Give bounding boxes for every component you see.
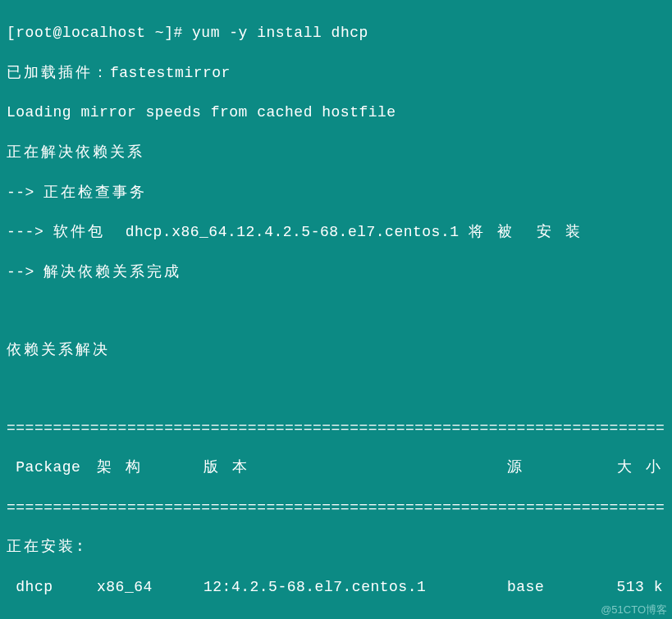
line-deps-done: --> 解决依赖关系完成 (7, 262, 665, 282)
cell-version: 12:4.2.5-68.el7.centos.1 (203, 577, 507, 597)
line-check-trans: --> 正在检查事务 (7, 183, 665, 203)
line-loading-mirror: Loading mirror speeds from cached hostfi… (7, 102, 665, 122)
col-arch: 架 构 (97, 457, 203, 477)
line-pkg-found: ---> 软件包 dhcp.x86_64.12.4.2.5-68.el7.cen… (7, 222, 665, 242)
line-loaded-plugins: 已加载插件：fastestmirror (7, 63, 665, 83)
line-resolving-deps: 正在解决依赖关系 (7, 143, 665, 162)
terminal-output: [root@localhost ~]# yum -y install dhcp … (0, 0, 672, 619)
col-version: 版 本 (203, 457, 507, 477)
watermark: @51CTO博客 (601, 603, 667, 617)
cell-arch: x86_64 (97, 577, 203, 597)
col-package: Package (7, 457, 97, 477)
divider: ========================================… (7, 498, 665, 517)
col-repo: 源 (507, 457, 589, 477)
deps-resolved-heading: 依赖关系解决 (7, 340, 665, 360)
table-row: dhcp x86_64 12:4.2.5-68.el7.centos.1 bas… (7, 577, 665, 597)
prompt-line[interactable]: [root@localhost ~]# yum -y install dhcp (7, 23, 665, 43)
prompt-user-host: [root@localhost ~]# (7, 25, 183, 41)
installing-label: 正在安装: (7, 537, 665, 557)
cell-size: 513 k (589, 577, 663, 597)
divider: ========================================… (7, 418, 665, 438)
cell-repo: base (507, 577, 589, 597)
col-size: 大 小 (589, 457, 663, 477)
table-header: Package 架 构 版 本 源 大 小 (7, 457, 665, 477)
command-text: yum -y install dhcp (192, 25, 368, 41)
cell-name: dhcp (7, 577, 97, 597)
